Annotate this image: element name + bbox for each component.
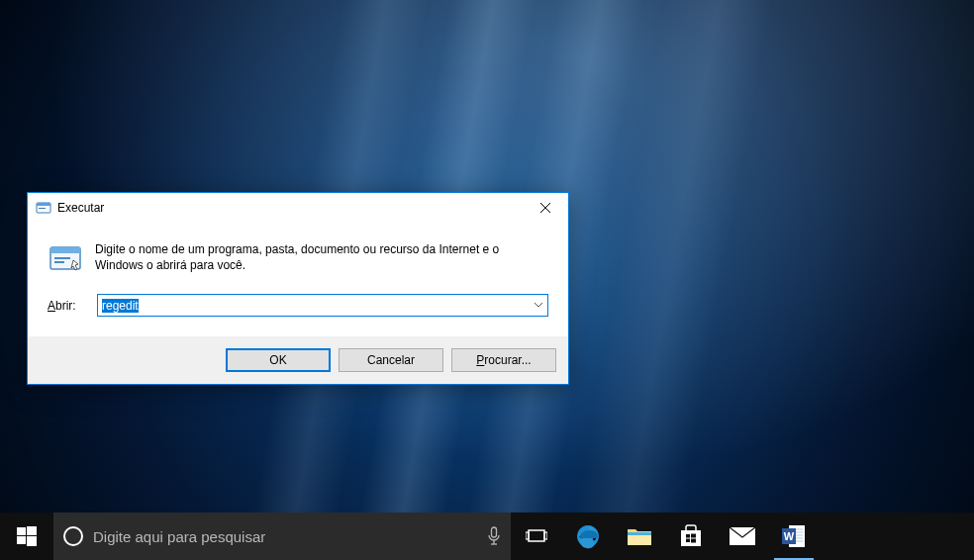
svg-rect-23 xyxy=(686,539,690,543)
open-combobox[interactable] xyxy=(97,294,548,317)
open-label: Abrir: xyxy=(48,299,85,313)
svg-rect-24 xyxy=(691,539,696,543)
dialog-body: Digite o nome de um programa, pasta, doc… xyxy=(28,223,568,336)
svg-rect-11 xyxy=(492,527,497,537)
svg-rect-6 xyxy=(54,261,64,263)
svg-rect-5 xyxy=(54,257,70,259)
svg-rect-15 xyxy=(526,532,529,539)
cortana-icon xyxy=(63,526,83,546)
chevron-down-icon[interactable] xyxy=(530,295,547,316)
svg-rect-22 xyxy=(691,534,696,538)
svg-rect-20 xyxy=(681,530,701,546)
run-dialog: Executar Digite o nome de um programa, p… xyxy=(27,192,569,385)
svg-rect-1 xyxy=(37,203,50,206)
run-icon-large xyxy=(48,240,83,276)
svg-rect-8 xyxy=(27,526,37,535)
browse-button[interactable]: Procurar... xyxy=(451,348,556,372)
taskbar-app-word[interactable]: W xyxy=(768,513,820,560)
task-view-button[interactable] xyxy=(511,513,562,560)
dialog-title: Executar xyxy=(57,201,523,215)
taskbar-search[interactable]: Digite aqui para pesquisar xyxy=(53,513,511,560)
ok-button[interactable]: OK xyxy=(226,348,331,372)
svg-rect-21 xyxy=(686,534,690,538)
svg-rect-4 xyxy=(50,247,80,253)
svg-rect-9 xyxy=(17,536,26,544)
svg-rect-7 xyxy=(17,527,26,535)
close-button[interactable] xyxy=(523,193,568,223)
svg-rect-16 xyxy=(544,532,547,539)
start-button[interactable] xyxy=(0,513,53,560)
svg-rect-2 xyxy=(39,208,46,209)
dialog-titlebar[interactable]: Executar xyxy=(28,193,568,223)
open-input[interactable] xyxy=(98,297,547,315)
dialog-prompt: Digite o nome de um programa, pasta, doc… xyxy=(95,240,521,276)
dialog-button-bar: OK Cancelar Procurar... xyxy=(28,336,568,384)
taskbar-app-mail[interactable] xyxy=(717,513,768,560)
search-placeholder: Digite aqui para pesquisar xyxy=(93,528,477,545)
taskbar: Digite aqui para pesquisar xyxy=(0,513,974,560)
svg-rect-10 xyxy=(27,536,37,546)
svg-rect-14 xyxy=(529,530,544,541)
taskbar-app-edge[interactable] xyxy=(562,513,614,560)
svg-rect-19 xyxy=(628,532,651,535)
run-icon xyxy=(36,200,51,216)
taskbar-app-store[interactable] xyxy=(665,513,717,560)
svg-text:W: W xyxy=(784,530,795,542)
microphone-icon[interactable] xyxy=(487,526,501,546)
cancel-button[interactable]: Cancelar xyxy=(339,348,443,372)
taskbar-app-file-explorer[interactable] xyxy=(614,513,665,560)
